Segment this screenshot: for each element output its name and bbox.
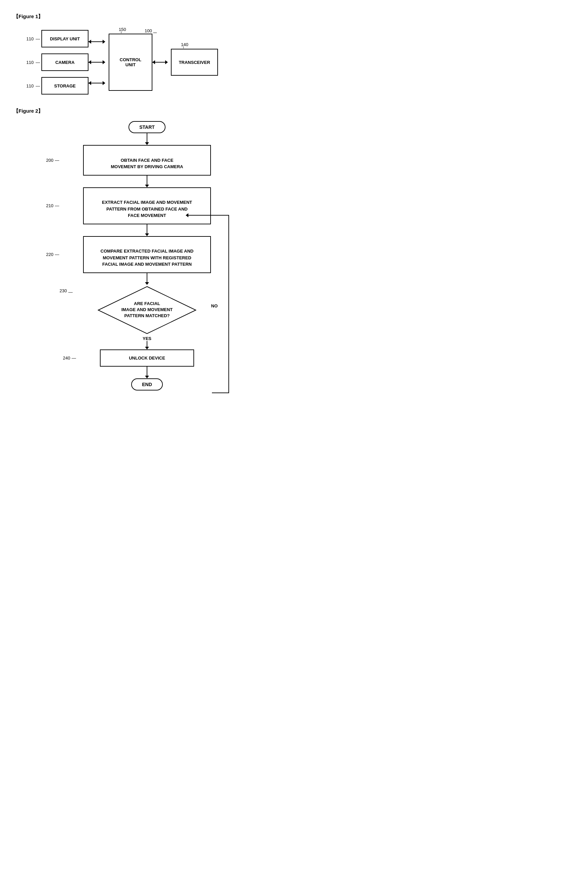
step200-block: OBTAIN FACE AND FACE MOVEMENT BY DRIVING… [83,145,211,175]
no-label: NO [211,303,218,308]
svg-marker-15 [145,184,149,187]
figure1-section: 【Figure 1】 100 110 — DISPLAY UNIT [14,10,280,94]
svg-marker-27 [145,376,149,378]
svg-marker-5 [88,60,91,64]
step220-block: COMPARE EXTRACTED FACIAL IMAGE AND MOVEM… [83,236,211,273]
arrow-200-to-210 [144,175,150,187]
control-unit-block: CONTROL UNIT [109,34,152,91]
label-110-2: 110 [24,60,34,65]
figure1-label: 【Figure 1】 [14,14,280,20]
label-220: 220 [46,252,53,257]
step210-block: EXTRACT FACIAL IMAGE AND MOVEMENT PATTER… [83,187,211,224]
arrow-220-to-230 [144,273,150,285]
svg-marker-10 [165,60,168,64]
svg-marker-11 [152,60,155,64]
label-110-1: 110 [24,36,34,41]
label-230: 230 [59,288,67,293]
svg-marker-17 [145,233,149,236]
ref-100: 100 [145,28,157,33]
svg-marker-1 [103,40,105,44]
step240-block: UNLOCK DEVICE [100,349,194,367]
svg-text:ARE FACIAL: ARE FACIAL [134,301,160,306]
yes-label: YES [143,336,151,341]
svg-marker-8 [88,81,91,85]
arrow-control-to-transceiver [152,52,171,72]
display-unit-block: DISPLAY UNIT [41,30,88,47]
svg-text:PATTERN MATCHED?: PATTERN MATCHED? [124,313,169,318]
svg-marker-13 [145,142,149,145]
arrows-left-to-control [88,33,109,92]
camera-block: CAMERA [41,53,88,71]
transceiver-block: TRANSCEIVER [171,49,218,76]
label-200: 200 [46,158,53,163]
label-210: 210 [46,203,53,208]
label-110-3: 110 [24,84,34,88]
svg-marker-2 [88,40,91,44]
svg-marker-4 [103,60,105,64]
start-node: START [128,121,166,133]
svg-marker-25 [145,347,149,349]
storage-block: STORAGE [41,77,88,94]
svg-marker-7 [103,81,105,85]
arrow-240-to-end [144,367,150,378]
diamond-230: ARE FACIAL IMAGE AND MOVEMENT PATTERN MA… [96,285,198,335]
svg-marker-19 [145,282,149,285]
arrow-yes-to-240 [144,341,150,349]
figure2-section: 【Figure 2】 START 200 — OBTAIN FACE AND F… [14,108,280,390]
label-240: 240 [63,355,70,361]
svg-text:IMAGE AND MOVEMENT: IMAGE AND MOVEMENT [122,307,173,312]
end-node: END [131,378,163,390]
figure2-label: 【Figure 2】 [14,108,280,114]
arrow-start-to-200 [144,133,150,145]
arrow-210-to-220 [144,224,150,236]
